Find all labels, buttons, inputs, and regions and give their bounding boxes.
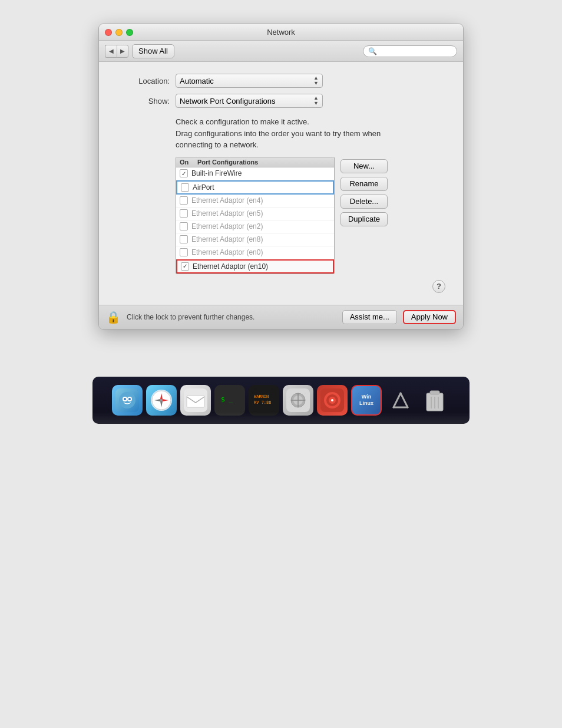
port-name-en0: Ethernet Adaptor (en0) xyxy=(191,248,330,256)
dock-item-tools[interactable] xyxy=(385,385,416,416)
dock-item-safari[interactable] xyxy=(146,385,177,416)
svg-text:$ _: $ _ xyxy=(221,396,233,403)
dock-item-terminal[interactable]: $ _ xyxy=(214,385,245,416)
dock-item-trash[interactable] xyxy=(419,385,450,416)
description: Check a configuration to make it active.… xyxy=(117,116,445,151)
help-button[interactable]: ? xyxy=(432,280,445,293)
show-all-button[interactable]: Show All xyxy=(132,44,174,58)
rename-button[interactable]: Rename xyxy=(340,177,388,191)
checkbox-en10[interactable]: ✓ xyxy=(181,262,189,271)
header-on: On xyxy=(180,159,197,166)
location-row: Location: Automatic ▲▼ xyxy=(117,74,445,88)
show-select[interactable]: Network Port Configurations ▲▼ xyxy=(176,94,323,108)
titlebar: Network xyxy=(99,24,463,41)
dock-item-mail[interactable] xyxy=(180,385,211,416)
dock-item-console[interactable]: WARNIN RV 7:88 xyxy=(249,385,279,416)
show-arrows-icon: ▲▼ xyxy=(313,95,319,106)
location-arrows-icon: ▲▼ xyxy=(313,75,319,86)
port-list-header: On Port Configurations xyxy=(176,157,334,167)
show-value: Network Port Configurations xyxy=(180,97,276,106)
desc-line1: Check a configuration to make it active. xyxy=(176,117,309,126)
dock-reflection xyxy=(92,412,470,424)
list-item[interactable]: Ethernet Adaptor (en2) xyxy=(176,220,334,233)
nav-arrows: ◀ ▶ xyxy=(105,45,128,58)
window-title: Network xyxy=(267,28,295,37)
svg-line-31 xyxy=(401,393,408,407)
bottom-bar: 🔒 Click the lock to prevent further chan… xyxy=(99,305,463,329)
list-item[interactable]: Ethernet Adaptor (en4) xyxy=(176,195,334,207)
location-value: Automatic xyxy=(180,77,214,85)
list-item[interactable]: ✓ Built-in FireWire xyxy=(176,167,334,180)
finder-icon xyxy=(115,388,139,412)
forward-button[interactable]: ▶ xyxy=(117,45,128,58)
lock-icon[interactable]: 🔒 xyxy=(106,310,121,324)
list-item[interactable]: Ethernet Adaptor (en0) xyxy=(176,246,334,259)
checkbox-en5[interactable] xyxy=(180,209,188,218)
location-label: Location: xyxy=(117,77,170,85)
winlinux-label: WinLinux xyxy=(359,394,373,407)
duplicate-button[interactable]: Duplicate xyxy=(340,212,388,226)
svg-point-12 xyxy=(160,399,163,401)
apply-now-button[interactable]: Apply Now xyxy=(403,310,456,324)
desc-line2: Drag configurations into the order you w… xyxy=(176,129,381,138)
directory-icon xyxy=(286,388,310,412)
console-icon: WARNIN RV 7:88 xyxy=(252,388,276,412)
dock-item-winlinux[interactable]: WinLinux xyxy=(351,385,382,416)
location-select[interactable]: Automatic ▲▼ xyxy=(176,74,323,88)
back-button[interactable]: ◀ xyxy=(105,45,117,58)
list-item[interactable]: AirPort xyxy=(176,180,334,195)
dock-item-target[interactable] xyxy=(317,385,348,416)
port-name-airport: AirPort xyxy=(193,183,329,192)
list-item[interactable]: Ethernet Adaptor (en8) xyxy=(176,233,334,246)
port-name-en8: Ethernet Adaptor (en8) xyxy=(191,235,330,243)
lock-text: Click the lock to prevent further change… xyxy=(127,313,336,321)
dock-item-finder[interactable] xyxy=(112,385,143,416)
checkbox-firewire[interactable]: ✓ xyxy=(180,169,188,177)
svg-rect-14 xyxy=(187,396,204,407)
trash-icon xyxy=(423,387,447,413)
checkbox-en0[interactable] xyxy=(180,248,188,256)
list-item-en10[interactable]: ✓ Ethernet Adaptor (en10) xyxy=(176,259,334,274)
target-icon xyxy=(320,388,344,412)
show-label: Show: xyxy=(117,97,170,106)
safari-icon xyxy=(150,388,173,412)
port-name-en4: Ethernet Adaptor (en4) xyxy=(191,196,330,205)
toolbar: ◀ ▶ Show All 🔍 xyxy=(99,41,463,62)
checkbox-airport[interactable] xyxy=(181,183,189,192)
search-icon: 🔍 xyxy=(368,47,377,55)
desc-line3: connecting to a network. xyxy=(176,140,259,149)
header-name: Port Configurations xyxy=(197,159,330,166)
search-box[interactable]: 🔍 xyxy=(363,45,457,57)
port-name-en2: Ethernet Adaptor (en2) xyxy=(191,222,330,230)
show-row: Show: Network Port Configurations ▲▼ xyxy=(117,94,445,108)
list-item[interactable]: Ethernet Adaptor (en5) xyxy=(176,207,334,220)
help-row: ? xyxy=(117,274,445,293)
dock-item-directory[interactable] xyxy=(283,385,313,416)
minimize-button[interactable] xyxy=(115,29,123,36)
svg-text:WARNIN: WARNIN xyxy=(254,394,269,399)
svg-point-29 xyxy=(331,399,333,401)
checkbox-en2[interactable] xyxy=(180,222,188,230)
svg-point-1 xyxy=(119,392,135,409)
checkbox-en8[interactable] xyxy=(180,235,188,243)
side-buttons: New... Rename Delete... Duplicate xyxy=(340,157,388,274)
svg-point-4 xyxy=(124,398,126,400)
svg-point-5 xyxy=(128,398,131,400)
terminal-icon: $ _ xyxy=(218,388,242,412)
maximize-button[interactable] xyxy=(126,29,133,36)
svg-rect-34 xyxy=(430,391,439,394)
content-area: Location: Automatic ▲▼ Show: Network Por… xyxy=(99,62,463,305)
port-name-firewire: Built-in FireWire xyxy=(191,169,330,177)
svg-text:RV 7:88: RV 7:88 xyxy=(254,400,272,405)
network-preferences-window: Network ◀ ▶ Show All 🔍 Location: Automat… xyxy=(98,24,464,330)
port-list: On Port Configurations ✓ Built-in FireWi… xyxy=(176,157,335,274)
close-button[interactable] xyxy=(105,29,112,36)
assist-button[interactable]: Assist me... xyxy=(342,310,397,324)
new-button[interactable]: New... xyxy=(340,159,388,173)
port-list-area: On Port Configurations ✓ Built-in FireWi… xyxy=(117,157,445,274)
dock: $ _ WARNIN RV 7:88 WinLinux xyxy=(92,377,470,424)
svg-line-30 xyxy=(394,393,401,407)
checkbox-en4[interactable] xyxy=(180,196,188,205)
mail-icon xyxy=(184,388,207,412)
delete-button[interactable]: Delete... xyxy=(340,195,388,209)
